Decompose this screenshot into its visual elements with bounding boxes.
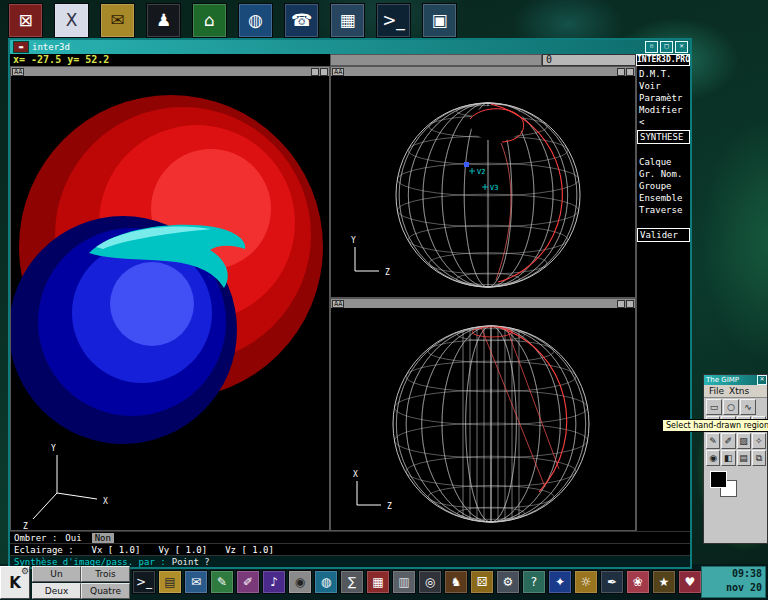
viewport-maximize-button[interactable] [320,68,328,76]
value-field[interactable]: 0 [542,54,636,66]
vx-value[interactable]: Vx [ 1.0] [92,544,141,556]
menu-item-calque[interactable]: Calque [637,156,690,168]
gimp-menubar: File Xtns [704,385,767,398]
viewport-tag[interactable]: AA [12,68,24,76]
mail-icon[interactable]: ✉ [100,3,135,38]
archive-icon[interactable]: ▦ [330,3,365,38]
viewport-maximize-button[interactable] [626,300,634,308]
terminal-icon-glyph: >_ [382,12,405,29]
clock-panel[interactable]: 09:38 nov 20 [701,566,766,598]
viewport-header: AA [331,67,635,77]
menu-item-[interactable]: < [637,116,690,128]
calculator-icon-glyph: ∑ [348,576,356,588]
color-picker-tool-icon[interactable]: ◉ [706,450,720,466]
tux-icon[interactable]: ♟ [146,3,181,38]
k-menu-button[interactable]: K ⚙ [0,566,30,599]
wireframe-canvas-top[interactable]: V2 V3 Y Z [331,77,637,299]
logout-icon[interactable]: ⊠ [8,3,43,38]
calendar-icon[interactable]: ▦ [366,570,390,594]
axis-label-y: Y [351,236,356,245]
shaded-canvas[interactable]: Y X Z [11,77,331,532]
display-icon[interactable]: ▣ [422,3,457,38]
vy-value[interactable]: Vy [ 1.0] [158,544,207,556]
text-editor-icon[interactable]: ✎ [210,570,234,594]
settings-icon[interactable]: ⚙ [496,570,520,594]
calculator-icon[interactable]: ∑ [340,570,364,594]
shaded-viewport[interactable]: AA [10,66,330,531]
menu-item-synthese[interactable]: SYNTHESE [637,130,690,144]
minimize-button[interactable]: ▫ [645,41,658,53]
viewport-tag[interactable]: AA [332,68,344,76]
pager-desktop-deux[interactable]: Deux [32,583,81,599]
printer-icon[interactable]: ▥ [392,570,416,594]
menu-item-valider[interactable]: Valider [637,228,690,242]
window-menu-button[interactable]: ▬ [13,41,29,53]
browser-icon[interactable]: ✦ [548,570,572,594]
terminal-icon[interactable]: >_ [376,3,411,38]
pen-icon[interactable]: ✒ [600,570,624,594]
gimp-menu-xtns[interactable]: Xtns [729,386,749,396]
chess-icon[interactable]: ♞ [444,570,468,594]
ombrer-oui-option[interactable]: Oui [65,532,81,544]
viewport-tag[interactable]: AA [332,300,344,308]
wireframe-canvas-bottom[interactable]: X Z [331,309,637,532]
star-icon[interactable]: ★ [652,570,676,594]
menu-item-ensemble[interactable]: Ensemble [637,192,690,204]
mail-icon[interactable]: ✉ [184,570,208,594]
flower-icon[interactable]: ❀ [626,570,650,594]
window-titlebar[interactable]: ▬ inter3d ▫ □ ✕ [10,40,690,54]
pager-desktop-trois[interactable]: Trois [81,566,130,582]
viewport-maximize-button[interactable] [626,68,634,76]
blend-tool-icon[interactable]: ▤ [737,450,751,466]
home-icon[interactable]: ⌂ [192,3,227,38]
menu-item-gr-nom[interactable]: Gr. Nom. [637,168,690,180]
help-icon[interactable]: ? [522,570,546,594]
menu-item-modifier[interactable]: Modifier [637,104,690,116]
eraser-tool-icon[interactable]: ▨ [737,433,751,449]
airbrush-tool-icon[interactable]: ✧ [752,433,766,449]
gimp-titlebar[interactable]: The GIMP ✕ [704,375,767,385]
gimp-menu-file[interactable]: File [709,386,724,396]
clone-tool-icon[interactable]: ⧉ [752,450,766,466]
prompt-value[interactable]: Point ? [172,556,210,568]
menu-item-voir[interactable]: Voir [637,80,690,92]
sun-icon[interactable]: ☼ [574,570,598,594]
music-icon[interactable]: ♪ [262,570,286,594]
menu-item-d-m-t[interactable]: D.M.T. [637,68,690,80]
ombrer-non-option[interactable]: Non [92,533,114,543]
dice-icon[interactable]: ⚄ [470,570,494,594]
camera-icon[interactable]: ◎ [418,570,442,594]
phone-icon[interactable]: ☎ [284,3,319,38]
rect-select-tool-icon[interactable]: ▭ [706,399,722,415]
close-button[interactable]: ✕ [675,41,688,53]
pager-desktop-quatre[interactable]: Quatre [81,583,130,599]
file-manager-icon[interactable]: ▤ [158,570,182,594]
pager-desktop-un[interactable]: Un [32,566,81,582]
menu-item-traverse[interactable]: Traverse [637,204,690,216]
pencil-tool-icon[interactable]: ✎ [706,433,720,449]
heart-icon[interactable]: ♥ [678,570,702,594]
terminal-icon[interactable]: >_ [132,570,156,594]
ellipse-select-tool-icon[interactable]: ○ [723,399,739,415]
viewport-minimize-button[interactable] [617,300,625,308]
foreground-color-swatch[interactable] [710,471,727,488]
coordinate-bar: x= -27.5 y= 52.2 0 INTER3D.PRO [10,54,690,66]
menu-item-param-tr[interactable]: Paramètr [637,92,690,104]
free-select-tool-icon[interactable]: ∿ [740,399,756,415]
viewport-minimize-button[interactable] [617,68,625,76]
globe-icon[interactable]: ◍ [238,3,273,38]
web-globe-icon[interactable]: ◍ [314,570,338,594]
wireframe-viewport-bottom[interactable]: AA X Z [330,298,636,531]
paint-icon[interactable]: ✐ [236,570,260,594]
gimp-close-button[interactable]: ✕ [757,375,767,385]
wireframe-viewport-top[interactable]: AA V2 V3 [330,66,636,298]
vz-value[interactable]: Vz [ 1.0] [225,544,274,556]
paintbrush-tool-icon[interactable]: ✐ [721,433,735,449]
x11-icon[interactable]: X [54,3,89,38]
viewport-minimize-button[interactable] [311,68,319,76]
bucket-fill-tool-icon[interactable]: ◧ [721,450,735,466]
cd-player-icon[interactable]: ◉ [288,570,312,594]
wireframe-sphere [393,326,589,522]
maximize-button[interactable]: □ [660,41,673,53]
menu-item-groupe[interactable]: Groupe [637,180,690,192]
